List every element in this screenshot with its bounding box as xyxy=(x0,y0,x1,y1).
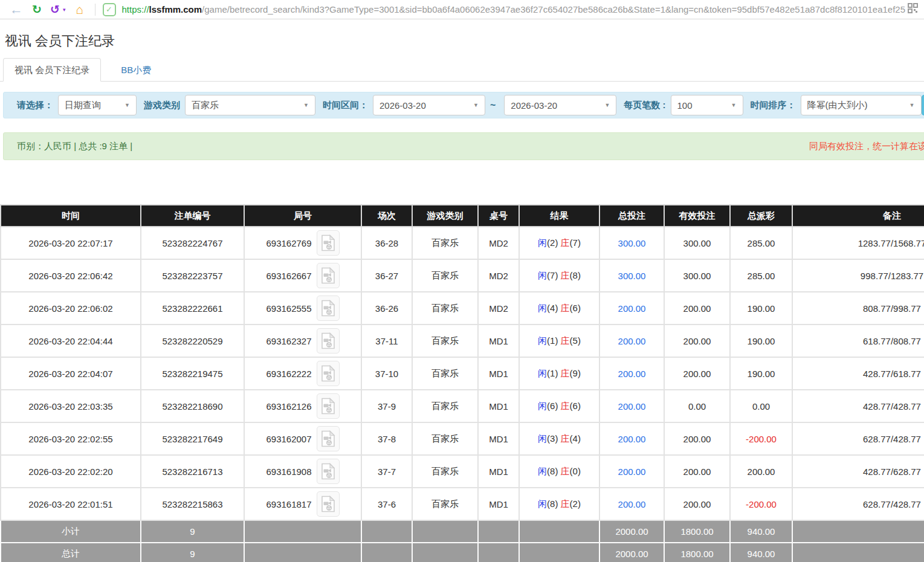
cell-total-bet-link[interactable]: 200.00 xyxy=(599,357,664,390)
subtotal-valid-bet: 1800.00 xyxy=(664,520,730,543)
cell-round: 693161908 xyxy=(244,455,361,488)
video-replay-button[interactable] xyxy=(317,426,340,451)
cell-time: 2026-03-20 22:07:17 xyxy=(1,227,141,259)
qr-code-icon[interactable] xyxy=(908,3,918,16)
table-row: 2026-03-20 22:03:35 523282218690 6931621… xyxy=(1,390,924,422)
cell-total-bet-link[interactable]: 200.00 xyxy=(599,488,664,520)
cell-valid-bet: 200.00 xyxy=(664,422,730,455)
cell-bet-id: 523282220529 xyxy=(141,325,244,357)
page-size-select[interactable]: 100 ▼ xyxy=(671,95,743,115)
video-file-icon xyxy=(321,430,335,447)
refresh-icon[interactable]: ↻ xyxy=(27,1,47,19)
header-result: 结果 xyxy=(519,205,599,227)
undo-dropdown-icon[interactable]: ▾ xyxy=(63,7,66,13)
secure-shield-icon[interactable]: ✓ xyxy=(103,3,116,16)
video-replay-button[interactable] xyxy=(317,361,340,386)
round-id: 693162007 xyxy=(266,434,311,444)
video-replay-button[interactable] xyxy=(317,263,340,288)
subtotal-row: 小计 9 2000.00 1800.00 940.00 xyxy=(1,520,924,543)
header-remark: 备注 xyxy=(792,205,924,227)
cell-remark: 998.77/1283.77 xyxy=(792,259,924,292)
video-file-icon xyxy=(321,234,335,251)
cell-time: 2026-03-20 22:03:35 xyxy=(1,390,141,422)
video-replay-button[interactable] xyxy=(317,230,340,256)
table-row: 2026-03-20 22:02:20 523282216713 6931619… xyxy=(1,455,924,488)
back-icon[interactable]: ← xyxy=(6,1,27,19)
table-body: 2026-03-20 22:07:17 523282224767 6931627… xyxy=(1,227,924,520)
cell-payout: 200.00 xyxy=(730,455,792,488)
cell-payout: 285.00 xyxy=(730,259,792,292)
cell-round: 693162007 xyxy=(244,422,361,455)
result-zhuang: 庄 xyxy=(561,401,570,411)
cell-table: MD2 xyxy=(478,259,519,292)
cell-total-bet-link[interactable]: 300.00 xyxy=(599,259,664,292)
tab-bb-tip[interactable]: BB小费 xyxy=(109,58,163,82)
search-button[interactable]: 查询 xyxy=(922,95,924,115)
cell-valid-bet: 200.00 xyxy=(664,488,730,520)
total-count: 9 xyxy=(141,543,244,562)
table-row: 2026-03-20 22:06:02 523282222661 6931625… xyxy=(1,292,924,325)
subtotal-payout: 940.00 xyxy=(730,520,792,543)
address-bar[interactable]: https://lssfmm.com/game/betrecord_search… xyxy=(122,4,905,15)
undo-icon[interactable]: ↺ xyxy=(47,1,63,19)
video-replay-button[interactable] xyxy=(317,491,340,517)
result-xian: 闲 xyxy=(538,401,547,411)
cell-round: 693161817 xyxy=(244,488,361,520)
header-table: 桌号 xyxy=(478,205,519,227)
game-type-select[interactable]: 百家乐 ▼ xyxy=(185,95,315,115)
cell-total-bet-link[interactable]: 200.00 xyxy=(599,325,664,357)
cell-result: 闲(7) 庄(8) xyxy=(519,259,599,292)
cell-total-bet-link[interactable]: 300.00 xyxy=(599,227,664,259)
game-type-label: 游戏类别 xyxy=(144,100,180,111)
cell-result: 闲(3) 庄(4) xyxy=(519,422,599,455)
result-zhuang: 庄 xyxy=(561,237,570,248)
video-replay-button[interactable] xyxy=(317,328,340,354)
round-id: 693162126 xyxy=(266,401,311,412)
result-zhuang: 庄 xyxy=(561,499,570,509)
result-xian: 闲 xyxy=(538,237,547,248)
sort-select[interactable]: 降幂(由大到小) ▼ xyxy=(801,95,922,115)
cell-payout: 190.00 xyxy=(730,325,792,357)
total-valid-bet: 1800.00 xyxy=(664,543,730,562)
cell-total-bet-link[interactable]: 200.00 xyxy=(599,422,664,455)
video-replay-button[interactable] xyxy=(317,393,340,419)
summary-info-bar: 币别：人民币 | 总共 :9 注单 | 同局有效投注，统一计算在该局 xyxy=(3,132,924,160)
time-range-label: 时间区间： xyxy=(323,100,368,111)
round-id: 693162327 xyxy=(266,336,311,346)
cell-total-bet-link[interactable]: 200.00 xyxy=(599,390,664,422)
result-zhuang: 庄 xyxy=(561,335,570,346)
cell-result: 闲(1) 庄(9) xyxy=(519,357,599,390)
chevron-down-icon: ▼ xyxy=(731,102,737,108)
browser-toolbar: ← ↻ ↺ ▾ ⌂ ✓ https://lssfmm.com/game/betr… xyxy=(0,0,924,19)
video-file-icon xyxy=(321,365,335,382)
video-replay-button[interactable] xyxy=(317,459,340,484)
cell-time: 2026-03-20 22:04:44 xyxy=(1,325,141,357)
cell-result: 闲(2) 庄(7) xyxy=(519,227,599,259)
cell-session: 37-6 xyxy=(361,488,412,520)
cell-bet-id: 523282222661 xyxy=(141,292,244,325)
video-file-icon xyxy=(321,300,335,317)
table-header-row: 时间 注单编号 局号 场次 游戏类别 桌号 结果 总投注 有效投注 总派彩 备注 xyxy=(1,205,924,227)
cell-bet-id: 523282224767 xyxy=(141,227,244,259)
cell-total-bet-link[interactable]: 200.00 xyxy=(599,292,664,325)
cell-game-type: 百家乐 xyxy=(412,227,478,259)
cell-valid-bet: 200.00 xyxy=(664,455,730,488)
cell-remark: 808.77/998.77 xyxy=(792,292,924,325)
cell-game-type: 百家乐 xyxy=(412,390,478,422)
date-range-separator: ~ xyxy=(490,100,496,111)
cell-bet-id: 523282219475 xyxy=(141,357,244,390)
video-replay-button[interactable] xyxy=(317,296,340,321)
home-icon[interactable]: ⌂ xyxy=(69,1,90,19)
cell-valid-bet: 200.00 xyxy=(664,325,730,357)
query-type-select[interactable]: 日期查询 ▼ xyxy=(58,95,137,115)
currency-total-text: 币别：人民币 | 总共 :9 注单 | xyxy=(17,141,132,152)
date-to-select[interactable]: 2026-03-20 ▼ xyxy=(504,95,616,115)
date-from-select[interactable]: 2026-03-20 ▼ xyxy=(373,95,485,115)
cell-session: 37-8 xyxy=(361,422,412,455)
cell-time: 2026-03-20 22:02:20 xyxy=(1,455,141,488)
cell-time: 2026-03-20 22:06:02 xyxy=(1,292,141,325)
header-session: 场次 xyxy=(361,205,412,227)
tab-bet-records[interactable]: 视讯 会员下注纪录 xyxy=(3,58,101,82)
cell-total-bet-link[interactable]: 200.00 xyxy=(599,455,664,488)
cell-valid-bet: 200.00 xyxy=(664,357,730,390)
